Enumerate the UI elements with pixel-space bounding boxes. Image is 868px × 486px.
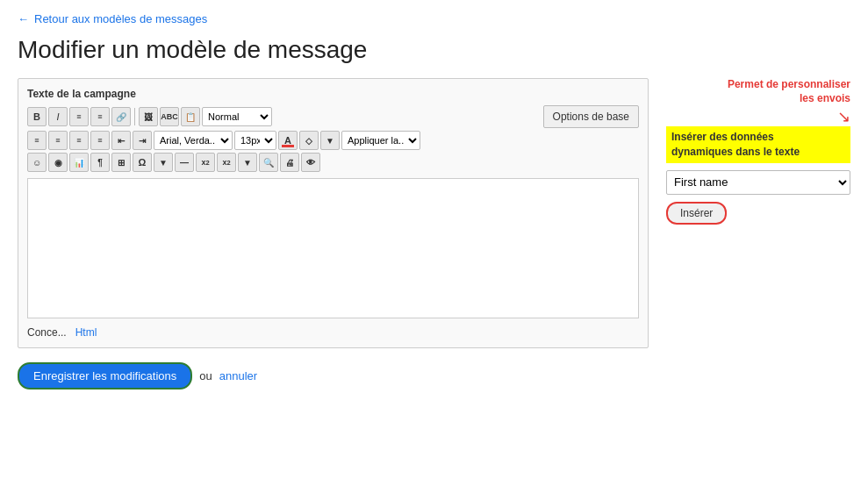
- align-center-button[interactable]: ≡: [48, 131, 68, 150]
- toolbar-row-2: ≡ ≡ ≡ ≡ ⇤ ⇥ Arial, Verda... 13px A ◇ ▼ A…: [27, 131, 639, 150]
- font-select[interactable]: Arial, Verda...: [154, 131, 233, 150]
- bg-color-button[interactable]: ◇: [299, 131, 319, 150]
- back-arrow-icon: ←: [18, 12, 29, 25]
- strike-button[interactable]: ▼: [238, 153, 257, 172]
- apply-select[interactable]: Appliquer la...: [341, 131, 420, 150]
- size-select[interactable]: 13px: [234, 131, 276, 150]
- toolbar-row-1: B I ≡ ≡ 🔗 🖼 ABC 📋 Normal Options de base: [27, 105, 639, 128]
- print-button[interactable]: 🖨: [280, 153, 299, 172]
- annotation-red: Permet de personnaliser les envois: [666, 78, 850, 105]
- dynamic-field-select[interactable]: First name Last name Email Company: [666, 170, 850, 195]
- toolbar-sep-1: [134, 108, 135, 125]
- preview-button[interactable]: 👁: [301, 153, 320, 172]
- align-justify-button[interactable]: ≡: [90, 131, 110, 150]
- align-left-button[interactable]: ≡: [27, 131, 47, 150]
- editor-tabs: Conce... Html: [27, 326, 639, 339]
- page-title: Modifier un modèle de message: [0, 32, 868, 78]
- spellcheck-button[interactable]: ABC: [160, 107, 179, 126]
- dropdown2-button[interactable]: ▼: [154, 153, 173, 172]
- chart-button[interactable]: 📊: [69, 153, 89, 172]
- superscript-button[interactable]: x2: [196, 153, 215, 172]
- align-right-button[interactable]: ≡: [69, 131, 89, 150]
- image-button[interactable]: 🖼: [139, 107, 158, 126]
- save-button[interactable]: Enregistrer les modifications: [18, 362, 192, 390]
- apply-dropdown-button[interactable]: ▼: [320, 131, 340, 150]
- editor-textarea[interactable]: [27, 178, 639, 318]
- outdent-button[interactable]: ⇤: [111, 131, 131, 150]
- text-color-button[interactable]: A: [278, 131, 298, 150]
- paste-button[interactable]: 📋: [181, 107, 200, 126]
- find-button[interactable]: 🔍: [259, 153, 278, 172]
- hr-button[interactable]: —: [175, 153, 194, 172]
- main-content: Texte de la campagne B I ≡ ≡ 🔗 🖼 ABC 📋 N…: [0, 78, 868, 348]
- style-select[interactable]: Normal: [202, 107, 272, 126]
- ou-text: ou: [199, 369, 212, 382]
- indent-button[interactable]: ⇥: [133, 131, 152, 150]
- subscript-button[interactable]: x2: [217, 153, 236, 172]
- special1-button[interactable]: ◉: [48, 153, 68, 172]
- options-base-button[interactable]: Options de base: [543, 105, 639, 128]
- link-button[interactable]: 🔗: [111, 107, 131, 126]
- bold-button[interactable]: B: [27, 107, 47, 126]
- cancel-link[interactable]: annuler: [219, 369, 257, 382]
- emoticon-button[interactable]: ☺: [27, 153, 47, 172]
- bottom-actions: Enregistrer les modifications ou annuler: [0, 348, 868, 404]
- toolbar-row-3: ☺ ◉ 📊 ¶ ⊞ Ω ▼ — x2 x2 ▼ 🔍 🖨 👁: [27, 153, 639, 172]
- annotation-yellow: Insérer des données dynamiques dans le t…: [666, 126, 850, 163]
- right-panel: Permet de personnaliser les envois ↘ Ins…: [666, 78, 850, 348]
- editor-panel: Texte de la campagne B I ≡ ≡ 🔗 🖼 ABC 📋 N…: [18, 78, 649, 348]
- breadcrumb: ← Retour aux modèles de messages: [0, 0, 868, 32]
- tab-html[interactable]: Html: [75, 326, 97, 339]
- omega-button[interactable]: Ω: [133, 153, 152, 172]
- table-button[interactable]: ⊞: [111, 153, 131, 172]
- arrow-icon: ↘: [666, 109, 850, 125]
- show-blocks-button[interactable]: ¶: [90, 153, 110, 172]
- italic-button[interactable]: I: [48, 107, 68, 126]
- editor-label: Texte de la campagne: [27, 88, 639, 100]
- unordered-list-button[interactable]: ≡: [90, 107, 110, 126]
- tab-concevoir[interactable]: Conce...: [27, 326, 67, 339]
- back-link[interactable]: Retour aux modèles de messages: [34, 12, 207, 25]
- insert-button[interactable]: Insérer: [666, 202, 727, 225]
- ordered-list-button[interactable]: ≡: [69, 107, 89, 126]
